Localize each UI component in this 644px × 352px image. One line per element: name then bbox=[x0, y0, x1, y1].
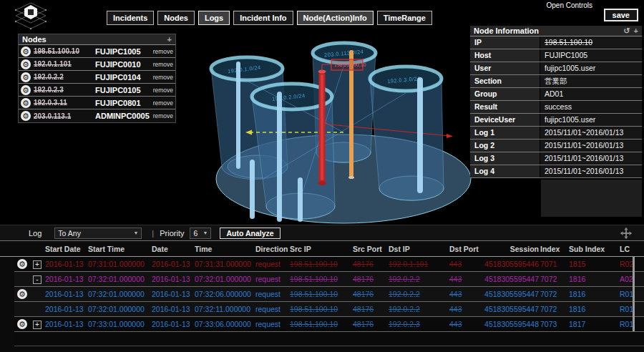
log-row[interactable]: ⚙2016-01-1307:32:01.0000002016-01-1307:3… bbox=[14, 287, 644, 302]
log-row[interactable]: ⚙+2016-01-1307:33:01.0000002016-01-1307:… bbox=[14, 317, 644, 332]
column-header-index[interactable]: Index bbox=[540, 245, 569, 253]
log-filter-value: To Any bbox=[58, 229, 81, 238]
collapse-button[interactable]: - bbox=[33, 275, 42, 284]
tab-node-action-info[interactable]: Node(Action)Info bbox=[297, 11, 374, 25]
column-header-direction[interactable]: Direction bbox=[255, 245, 290, 253]
cell-sub_index: 1816 bbox=[569, 290, 620, 298]
log-filter-bar: Log To Any ▼ | Priority 6 ▼ Auto Analyze bbox=[0, 225, 644, 241]
gear-icon[interactable]: ⚙ bbox=[17, 319, 27, 329]
cell-date: 2016-01-13 bbox=[152, 275, 195, 283]
column-header-dst_ip[interactable]: Dst IP bbox=[389, 245, 449, 253]
gear-icon[interactable]: ⚙ bbox=[17, 259, 27, 269]
node-list-item[interactable]: ⚙192.0.1.101FUJIPC0010remove bbox=[19, 58, 175, 71]
log-row[interactable]: -2016-01-1307:32:01.0000002016-01-1307:3… bbox=[14, 272, 644, 287]
cell-dst_port: 443 bbox=[449, 320, 482, 328]
table-scrollbar[interactable] bbox=[633, 257, 635, 331]
remove-node-button[interactable]: remove bbox=[153, 99, 173, 107]
column-header-dst_port[interactable]: Dst Port bbox=[449, 245, 482, 253]
node-info-field-label: Group bbox=[470, 88, 540, 100]
tab-logs[interactable]: Logs bbox=[198, 11, 230, 25]
cell-direction: request bbox=[255, 275, 290, 283]
remove-node-button[interactable]: remove bbox=[153, 61, 173, 68]
add-field-icon[interactable]: + bbox=[634, 26, 638, 35]
node-info-field-value: 198.51.100.10 bbox=[540, 36, 642, 49]
column-header-time[interactable]: Time bbox=[195, 245, 255, 253]
add-node-icon[interactable]: + bbox=[167, 35, 172, 44]
node-list-item[interactable]: ⚙192.0.2.2FUJIPC0104remove bbox=[19, 71, 175, 84]
node-info-field-label: Log 3 bbox=[470, 152, 540, 165]
tab-incidents[interactable]: Incidents bbox=[107, 11, 154, 25]
column-header-date[interactable]: Date bbox=[152, 245, 195, 253]
node-list-item[interactable]: ⚙192.0.2.3FUJIPC0105remove bbox=[19, 84, 175, 97]
cell-index: 7072 bbox=[540, 305, 569, 313]
cell-start_time: 07:33:01.000000 bbox=[88, 320, 152, 328]
node-info-field-label: Log 2 bbox=[470, 140, 540, 152]
remove-node-button[interactable]: remove bbox=[153, 112, 173, 119]
tab-timerange[interactable]: TimeRange bbox=[377, 11, 432, 25]
log-table-header: Start DateStart TimeDateTimeDirectionSrc… bbox=[0, 241, 644, 257]
cell-src_port: 48176 bbox=[353, 275, 389, 283]
cell-index: 7072 bbox=[540, 275, 569, 283]
auto-analyze-button[interactable]: Auto Analyze bbox=[220, 228, 280, 239]
cell-start_date: 2016-01-13 bbox=[45, 260, 88, 268]
remove-node-button[interactable]: remove bbox=[153, 87, 173, 94]
node-info-field-label: DeviceUser bbox=[470, 114, 540, 126]
column-header-lc[interactable]: LC bbox=[620, 245, 644, 253]
column-header-start_date[interactable]: Start Date bbox=[45, 245, 88, 253]
node-list-item[interactable]: ⚙192.0.3.11FUJIPC0801remove bbox=[19, 97, 175, 109]
cell-direction: request bbox=[255, 290, 290, 298]
remove-node-button[interactable]: remove bbox=[153, 48, 173, 55]
cell-src_ip: 198.51.100.10 bbox=[290, 305, 353, 313]
gear-icon[interactable]: ⚙ bbox=[21, 98, 31, 108]
node-info-field-value: 2015/11/01~2016/01/13 bbox=[540, 140, 642, 152]
gear-icon[interactable]: ⚙ bbox=[17, 289, 27, 299]
move-panel-icon[interactable] bbox=[620, 227, 633, 240]
node-info-field-label: Section bbox=[470, 75, 540, 87]
tab-incident-info[interactable]: Incident Info bbox=[233, 11, 293, 25]
gear-icon[interactable]: ⚙ bbox=[21, 47, 31, 57]
cell-start_time: 07:31:01.000000 bbox=[88, 260, 152, 268]
save-button[interactable]: save bbox=[604, 9, 638, 21]
refresh-icon[interactable]: ↺ bbox=[623, 26, 630, 35]
open-controls-toggle[interactable]: Open Controls bbox=[547, 1, 592, 9]
cell-index: 7073 bbox=[540, 320, 569, 328]
cell-direction: request bbox=[255, 305, 290, 313]
node-list-item[interactable]: ⚙203.0.113.1ADMINPC0005remove bbox=[19, 109, 175, 122]
network-3d-scene[interactable]: 192.0.1.0/24 203.0.113.0/24 192.0.2.0/24… bbox=[179, 27, 472, 225]
node-info-field-label: IP bbox=[470, 36, 540, 49]
column-header-session[interactable]: Session bbox=[482, 245, 540, 253]
gear-icon[interactable]: ⚙ bbox=[21, 72, 31, 82]
cell-dst_ip: 192.0.2.3 bbox=[389, 320, 449, 328]
cell-lc: R01 bbox=[620, 290, 644, 298]
node-ip: 203.0.113.1 bbox=[34, 112, 95, 120]
column-header-sub_index[interactable]: Sub Index bbox=[569, 245, 620, 253]
node-info-row: Userfujipc1005.user bbox=[470, 62, 642, 75]
log-filter-dropdown[interactable]: To Any ▼ bbox=[54, 228, 142, 239]
expander-cell: - bbox=[33, 275, 45, 284]
node-info-field-value: success bbox=[540, 101, 642, 113]
expand-button[interactable]: + bbox=[33, 260, 42, 269]
tab-nodes[interactable]: Nodes bbox=[157, 11, 195, 25]
node-info-field-label: Log 1 bbox=[470, 127, 540, 139]
cell-sub_index: 1817 bbox=[569, 320, 620, 328]
priority-dropdown[interactable]: 6 ▼ bbox=[190, 228, 211, 239]
cell-src_ip: 198.51.100.10 bbox=[290, 260, 353, 268]
cell-date: 2016-01-13 bbox=[152, 260, 195, 268]
node-list-item[interactable]: ⚙198.51.100.10FUJIPC1005remove bbox=[19, 45, 175, 58]
column-header-src_port[interactable]: Src Port bbox=[353, 245, 389, 253]
gear-icon[interactable]: ⚙ bbox=[21, 59, 31, 69]
remove-node-button[interactable]: remove bbox=[153, 74, 173, 81]
expand-button[interactable]: + bbox=[33, 321, 42, 329]
cell-time: 07:33:06.000000 bbox=[195, 320, 255, 328]
app-window: IncidentsNodesLogsIncident InfoNode(Acti… bbox=[0, 0, 644, 352]
app-logo-icon bbox=[14, 1, 47, 31]
column-header-src_ip[interactable]: Src IP bbox=[290, 245, 353, 253]
log-row[interactable]: 2016-01-1307:32:01.0000002016-01-1307:32… bbox=[14, 302, 644, 317]
log-row[interactable]: ⚙+2016-01-1307:31:01.0000002016-01-1307:… bbox=[14, 257, 644, 272]
cell-index: 7072 bbox=[540, 290, 569, 298]
gear-icon[interactable]: ⚙ bbox=[21, 111, 31, 121]
chevron-down-icon: ▼ bbox=[203, 230, 208, 235]
red-bar[interactable] bbox=[318, 70, 326, 186]
column-header-start_time[interactable]: Start Time bbox=[88, 245, 152, 253]
gear-icon[interactable]: ⚙ bbox=[21, 85, 31, 95]
